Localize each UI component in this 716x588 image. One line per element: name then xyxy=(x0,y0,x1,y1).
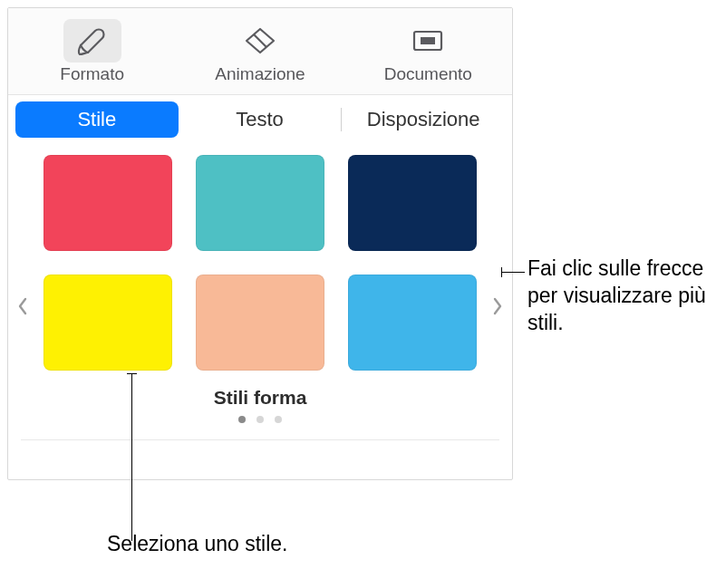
toolbar-format[interactable]: Formato xyxy=(8,8,176,94)
document-icon xyxy=(399,19,457,63)
brush-icon xyxy=(63,19,121,63)
callout-leader-line xyxy=(501,272,525,273)
tab-arrange-label: Disposizione xyxy=(367,108,480,131)
callout-leader-tick xyxy=(501,267,502,277)
callout-select-style: Seleziona uno stile. xyxy=(107,531,287,558)
svg-rect-1 xyxy=(421,37,435,44)
style-swatch-light-blue[interactable] xyxy=(348,275,477,371)
page-dot-2[interactable] xyxy=(256,416,264,423)
page-dot-1[interactable] xyxy=(238,416,246,423)
toolbar-format-label: Formato xyxy=(60,64,124,84)
style-page-dots xyxy=(8,416,512,423)
tab-text-label: Testo xyxy=(236,108,284,131)
toolbar-document-label: Documento xyxy=(384,64,472,84)
callout-arrows: Fai clic sulle frecce per visualizzare p… xyxy=(527,255,709,337)
toolbar-document[interactable]: Documento xyxy=(344,8,512,94)
style-swatch-peach[interactable] xyxy=(196,275,324,371)
page-dot-3[interactable] xyxy=(275,416,282,423)
prev-styles-arrow[interactable] xyxy=(14,293,32,320)
shape-styles-caption: Stili forma xyxy=(8,387,512,409)
diamond-icon xyxy=(231,19,289,63)
tab-arrange[interactable]: Disposizione xyxy=(342,101,505,138)
style-swatch-teal[interactable] xyxy=(196,155,324,251)
tab-text[interactable]: Testo xyxy=(179,101,342,138)
callout-leader-line xyxy=(131,373,132,541)
tab-style-label: Stile xyxy=(77,108,116,131)
chevron-left-icon xyxy=(17,297,28,315)
shape-styles-area: Stili forma xyxy=(8,139,512,479)
callout-leader-tick xyxy=(127,373,137,374)
toolbar-animation[interactable]: Animazione xyxy=(176,8,343,94)
style-swatch-navy[interactable] xyxy=(348,155,477,251)
style-swatch-red[interactable] xyxy=(44,155,172,251)
divider xyxy=(21,439,499,440)
chevron-right-icon xyxy=(492,297,503,315)
top-toolbar: Formato Animazione Documento xyxy=(8,8,512,95)
inspector-tabs: Stile Testo Disposizione xyxy=(8,95,512,139)
style-swatch-grid xyxy=(44,155,477,371)
toolbar-animation-label: Animazione xyxy=(215,64,305,84)
tab-style[interactable]: Stile xyxy=(15,101,179,138)
inspector-panel: Formato Animazione Documento Stile xyxy=(7,7,513,480)
style-swatch-yellow[interactable] xyxy=(44,275,172,371)
next-styles-arrow[interactable] xyxy=(489,293,507,320)
